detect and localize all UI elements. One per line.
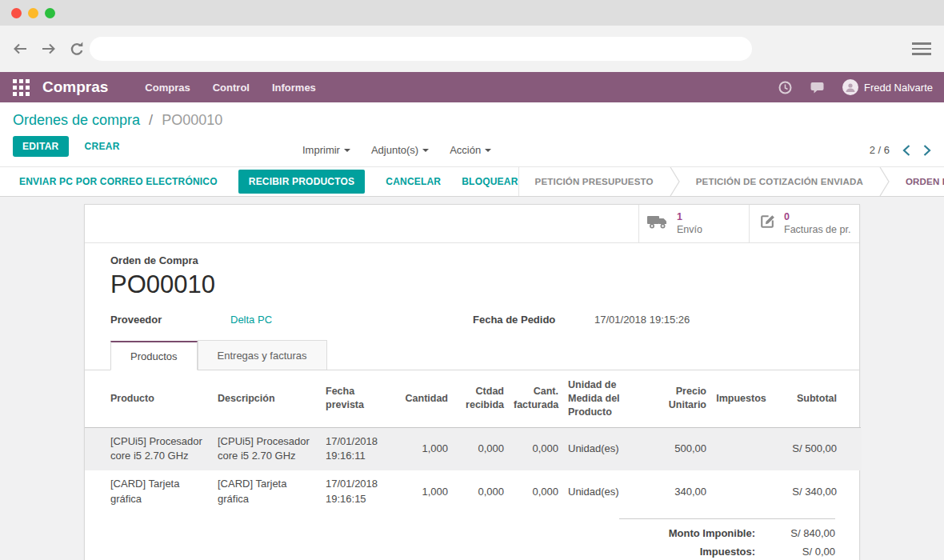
cancel-button[interactable]: CANCELAR — [386, 176, 441, 187]
col-cant-facturada[interactable]: Cant. facturada — [509, 370, 563, 427]
col-descripcion[interactable]: Descripción — [213, 370, 321, 427]
shipments-stat-button[interactable]: 1 Envío — [638, 205, 749, 242]
vendor-bills-stat-button[interactable]: 0 Facturas de pr... — [749, 205, 859, 242]
cell-impuestos — [711, 427, 771, 470]
receive-products-button[interactable]: RECIBIR PRODUCTOS — [238, 170, 366, 194]
shipments-label: Envío — [677, 224, 702, 237]
status-step-rfq[interactable]: PETICIÓN PRESUPUESTO — [519, 167, 670, 196]
breadcrumb-parent-link[interactable]: Ordenes de compra — [13, 112, 140, 128]
breadcrumb-separator: / — [149, 112, 153, 128]
user-menu[interactable]: Fredd Nalvarte — [842, 79, 933, 95]
order-date-field: Fecha de Pedido 17/01/2018 19:15:26 — [473, 314, 690, 326]
action-dropdown[interactable]: Acción — [450, 144, 491, 156]
table-header-row: Producto Descripción Fecha prevista Cant… — [85, 370, 861, 427]
create-button[interactable]: CREAR — [75, 136, 130, 157]
pager-previous-icon[interactable] — [902, 145, 910, 156]
taxes-label: Impuestos: — [619, 546, 755, 558]
cell-cant-facturada: 0,000 — [509, 470, 563, 514]
untaxed-amount-label: Monto Imponible: — [619, 527, 755, 539]
col-cantidad[interactable]: Cantidad — [393, 370, 453, 427]
statusbar-buttons: ENVIAR PC POR CORREO ELECTRÓNICO RECIBIR… — [0, 167, 518, 196]
caret-down-icon — [344, 149, 350, 152]
tab-entregas-facturas[interactable]: Entregas y facturas — [198, 340, 327, 370]
table-row[interactable]: [CPUi5] Procesador core i5 2.70 GHz [CPU… — [85, 427, 861, 470]
cell-fecha-prevista: 17/01/2018 19:16:11 — [321, 427, 393, 470]
send-by-email-button[interactable]: ENVIAR PC POR CORREO ELECTRÓNICO — [19, 176, 218, 187]
col-ctdad-recibida[interactable]: Ctdad recibida — [453, 370, 509, 427]
cell-unidad-medida: Unidad(es) — [563, 470, 639, 514]
cell-ctdad-recibida: 0,000 — [453, 470, 509, 514]
reload-icon[interactable] — [69, 41, 86, 58]
edit-note-icon — [758, 213, 776, 234]
cell-descripcion: [CPUi5] Procesador core i5 2.70 GHz — [213, 427, 321, 470]
col-precio-unitario[interactable]: Precio Unitario — [639, 370, 711, 427]
notebook-tabs: Productos Entregas y facturas — [85, 339, 859, 370]
back-icon[interactable] — [11, 41, 29, 57]
minimize-window-button[interactable] — [28, 8, 38, 18]
col-subtotal[interactable]: Subtotal — [771, 370, 861, 427]
order-lines-table: Producto Descripción Fecha prevista Cant… — [85, 370, 861, 514]
record-pager: 2 / 6 — [870, 144, 931, 156]
order-date-value: 17/01/2018 19:15:26 — [594, 314, 690, 326]
cell-impuestos — [711, 470, 771, 514]
fields-row: Proveedor Delta PC Fecha de Pedido 17/01… — [110, 314, 834, 326]
cell-descripcion: [CARD] Tarjeta gráfica — [213, 470, 321, 514]
chevron-separator-icon — [670, 167, 680, 196]
forward-icon[interactable] — [40, 41, 58, 57]
user-avatar — [842, 79, 858, 95]
maximize-window-button[interactable] — [45, 8, 55, 18]
statusbar: ENVIAR PC POR CORREO ELECTRÓNICO RECIBIR… — [0, 166, 944, 197]
cell-unidad-medida: Unidad(es) — [563, 427, 639, 470]
cell-producto: [CARD] Tarjeta gráfica — [85, 470, 213, 514]
vendor-bills-count: 0 — [784, 211, 851, 224]
cell-cantidad: 1,000 — [393, 470, 453, 514]
apps-grid-icon[interactable] — [13, 79, 30, 96]
browser-menu-icon[interactable] — [912, 42, 931, 58]
cell-subtotal: S/ 500,00 — [771, 427, 861, 470]
cell-cantidad: 1,000 — [393, 427, 453, 470]
menu-informes[interactable]: Informes — [272, 82, 316, 94]
caret-down-icon — [422, 149, 429, 152]
action-dropdowns: Imprimir Adjunto(s) Acción — [302, 144, 491, 156]
taxes-row: Impuestos: S/ 0,00 — [619, 542, 835, 560]
status-step-rfq-sent[interactable]: PETICIÓN DE COTIZACIÓN ENVIADA — [680, 167, 879, 196]
breadcrumb-current: PO00010 — [162, 112, 222, 128]
stat-button-box: 1 Envío 0 Facturas de pr... — [85, 205, 859, 243]
content-area: 1 Envío 0 Facturas de pr... — [0, 197, 944, 560]
messages-icon[interactable] — [810, 81, 825, 94]
navbar-right: Fredd Nalvarte — [778, 79, 944, 95]
caret-down-icon — [485, 149, 491, 152]
attachments-dropdown[interactable]: Adjunto(s) — [371, 144, 429, 156]
macos-titlebar — [0, 0, 944, 26]
vendor-field: Proveedor Delta PC — [110, 314, 473, 326]
table-row[interactable]: [CARD] Tarjeta gráfica [CARD] Tarjeta gr… — [85, 470, 861, 514]
order-date-label: Fecha de Pedido — [473, 314, 594, 326]
col-impuestos[interactable]: Impuestos — [711, 370, 771, 427]
edit-button[interactable]: EDITAR — [13, 136, 69, 157]
control-panel: Ordenes de compra / PO00010 EDITAR CREAR… — [0, 102, 944, 166]
pager-next-icon[interactable] — [923, 145, 931, 156]
cell-precio-unitario: 340,00 — [639, 470, 711, 514]
print-dropdown[interactable]: Imprimir — [302, 144, 350, 156]
status-step-purchase-order[interactable]: ORDEN DE COMPRA — [890, 167, 944, 196]
cell-subtotal: S/ 340,00 — [771, 470, 861, 514]
shipments-count: 1 — [677, 211, 702, 224]
vendor-link[interactable]: Delta PC — [230, 314, 272, 326]
url-input[interactable] — [90, 37, 752, 61]
chevron-separator-icon — [879, 167, 890, 196]
page-title: PO00010 — [110, 270, 834, 299]
col-fecha-prevista[interactable]: Fecha prevista — [321, 370, 393, 427]
app-menu: Compras Control Informes — [145, 82, 315, 94]
menu-compras[interactable]: Compras — [145, 82, 190, 94]
lock-button[interactable]: BLOQUEAR — [462, 176, 518, 187]
document-type-label: Orden de Compra — [110, 254, 834, 266]
menu-control[interactable]: Control — [213, 82, 250, 94]
app-brand[interactable]: Compras — [42, 78, 108, 96]
truck-icon — [647, 214, 669, 234]
col-unidad-medida[interactable]: Unidad de Medida del Producto — [563, 370, 639, 427]
pager-value: 2 / 6 — [870, 144, 890, 156]
activities-clock-icon[interactable] — [778, 81, 792, 94]
tab-productos[interactable]: Productos — [110, 341, 198, 370]
close-window-button[interactable] — [11, 8, 22, 18]
col-producto[interactable]: Producto — [85, 370, 213, 427]
